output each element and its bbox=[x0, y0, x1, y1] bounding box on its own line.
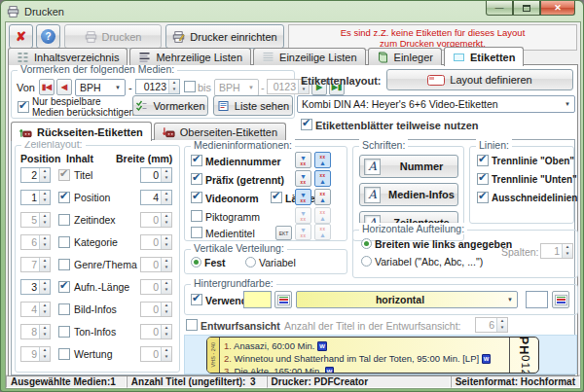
medientitel-checkbox[interactable] bbox=[191, 227, 202, 238]
main-tabs: Inhaltsverzeichnis Mehrzeilige Listen Ei… bbox=[8, 47, 526, 65]
nur-bespielbare-checkbox[interactable] bbox=[18, 101, 29, 113]
move-down-button[interactable]: ▼xx bbox=[295, 170, 311, 187]
nummer-font-button[interactable]: A Nummer bbox=[359, 155, 458, 178]
multiline-list-icon bbox=[138, 52, 151, 63]
breiten-radio[interactable] bbox=[361, 238, 372, 249]
move-down-button[interactable]: ▼xx bbox=[295, 224, 311, 240]
move-up-button[interactable]: xx▲ bbox=[314, 224, 331, 240]
tab-einleger[interactable]: Einleger bbox=[368, 48, 442, 65]
tab-oberseiten-etiketten[interactable]: Oberseiten-Etiketten bbox=[154, 123, 286, 140]
position-spinner[interactable]: 6▲▼ bbox=[20, 234, 51, 250]
gradient-direction-combo[interactable]: horizontal ▼ bbox=[296, 291, 518, 308]
laenge-checkbox[interactable] bbox=[271, 192, 282, 203]
ekt-button[interactable]: EKT bbox=[275, 226, 292, 240]
layout-definieren-button[interactable]: Layout definieren bbox=[386, 69, 573, 90]
breite-spinner[interactable]: 0▲▼ bbox=[140, 212, 172, 228]
zeilenlayout-row: 1▲▼ Position 4▲▼ bbox=[16, 190, 175, 206]
videonorm-checkbox[interactable] bbox=[191, 192, 202, 203]
anzahl-titel-spinner[interactable]: 6▲▼ bbox=[475, 317, 508, 333]
zeilenlayout-group: Zeilenlayout: Position Inhalt Breite (mm… bbox=[15, 145, 180, 373]
etikettenlayout-combo[interactable]: Kombi DIN A4: Heyer's 6+6 Video-Etikette… bbox=[297, 95, 575, 113]
media-prev-button[interactable]: ◀ bbox=[56, 79, 72, 95]
kategorie-checkbox[interactable] bbox=[58, 236, 70, 248]
breite-spinner[interactable]: 0▲▼ bbox=[140, 279, 172, 295]
position-checkbox[interactable] bbox=[58, 192, 70, 203]
trennlinie-oben-checkbox[interactable] bbox=[477, 155, 489, 166]
cancel-button[interactable]: ✘ bbox=[9, 24, 33, 49]
color-swatch[interactable] bbox=[243, 291, 272, 308]
trennlinie-unten-checkbox[interactable] bbox=[477, 173, 489, 185]
move-up-button[interactable]: xx▲ bbox=[314, 207, 331, 224]
second-gradient-picker-button[interactable] bbox=[552, 291, 569, 308]
close-button[interactable]: ✕ bbox=[540, 1, 575, 16]
tab-mehrzeilige-listen[interactable]: Mehrzeilige Listen bbox=[129, 48, 251, 65]
minimize-button[interactable]: — bbox=[486, 1, 513, 16]
position-spinner[interactable]: 9▲▼ bbox=[20, 346, 51, 362]
fest-radio[interactable] bbox=[191, 257, 201, 267]
breite-spinner[interactable]: 0▲▼ bbox=[140, 346, 172, 362]
variabel-radio[interactable] bbox=[245, 257, 256, 267]
spinner-buttons[interactable]: ▲▼ bbox=[168, 80, 179, 93]
spalten-spinner[interactable]: 1▲▼ bbox=[540, 243, 573, 259]
medieninfo-group: Medieninformationen: Mediennummer ▼xx xx… bbox=[184, 146, 347, 241]
tab-rueckseiten-etiketten[interactable]: Rückseiten-Etiketten bbox=[11, 122, 152, 141]
liste-sehen-button[interactable]: Liste sehen bbox=[213, 95, 293, 116]
piktogramm-checkbox[interactable] bbox=[191, 210, 202, 222]
tab-inhaltsverzeichnis[interactable]: Inhaltsverzeichnis bbox=[8, 48, 128, 65]
vormerken-button[interactable]: Vormerken bbox=[132, 95, 208, 116]
col-header-inhalt: Inhalt bbox=[66, 153, 93, 164]
tab-einzeilige-listen[interactable]: Einzeilige Listen bbox=[253, 48, 366, 65]
variabel-split-radio[interactable] bbox=[361, 256, 372, 267]
gradient-picker-button[interactable] bbox=[274, 291, 292, 308]
bildinfos-checkbox[interactable] bbox=[58, 303, 70, 315]
toninfos-checkbox[interactable] bbox=[58, 326, 70, 338]
move-down-button[interactable]: ▼xx bbox=[295, 189, 311, 205]
praefix-checkbox[interactable] bbox=[191, 173, 202, 185]
position-spinner[interactable]: 1▲▼ bbox=[20, 190, 51, 205]
breite-spinner[interactable]: 0▲▼ bbox=[140, 167, 172, 183]
bis-prefix-combo[interactable]: BPH▼ bbox=[214, 79, 259, 96]
breite-spinner[interactable]: 0▲▼ bbox=[140, 324, 172, 339]
aufnlaenge-checkbox[interactable] bbox=[58, 281, 70, 293]
position-spinner[interactable]: 5▲▼ bbox=[20, 212, 51, 228]
verwenden-checkbox[interactable] bbox=[191, 294, 202, 305]
move-up-button[interactable]: xx▲ bbox=[314, 152, 331, 168]
von-prefix-combo[interactable]: BPH▼ bbox=[75, 79, 126, 96]
medien-infos-font-button[interactable]: A Medien-Infos bbox=[359, 183, 458, 206]
media-first-button[interactable]: ▮◀ bbox=[39, 79, 55, 95]
move-down-button[interactable]: ▼xx bbox=[295, 152, 311, 168]
move-up-button[interactable]: xx▲ bbox=[314, 189, 331, 205]
von-number-spinner[interactable]: 0123▲▼ bbox=[135, 79, 180, 94]
etikettenblaetter-checkbox[interactable] bbox=[301, 119, 312, 130]
variabel-split-label: Variabel ("Abc, Abc, ...") bbox=[375, 256, 483, 267]
help-button[interactable]: ? bbox=[36, 24, 60, 49]
position-spinner[interactable]: 8▲▼ bbox=[20, 324, 51, 339]
position-spinner[interactable]: 3▲▼ bbox=[20, 279, 51, 295]
breite-spinner[interactable]: 0▲▼ bbox=[140, 257, 172, 272]
ausschneidelinien-checkbox[interactable] bbox=[477, 192, 489, 203]
move-up-button[interactable]: xx▲ bbox=[314, 170, 331, 187]
breite-spinner[interactable]: 0▲▼ bbox=[140, 302, 172, 317]
bis-checkbox[interactable] bbox=[184, 81, 196, 92]
wertung-checkbox[interactable] bbox=[58, 348, 70, 360]
breite-spinner[interactable]: 0▲▼ bbox=[140, 234, 172, 250]
entwurfsansicht-checkbox[interactable] bbox=[186, 319, 198, 331]
mediennummer-checkbox[interactable] bbox=[191, 155, 202, 166]
second-color-swatch[interactable] bbox=[526, 291, 548, 308]
printer-setup-button[interactable]: Drucker einrichten bbox=[165, 24, 284, 49]
arrow-up-icon: ▲ bbox=[319, 160, 326, 166]
tab-etiketten[interactable]: Etiketten bbox=[444, 47, 524, 66]
move-down-button[interactable]: ▼xx bbox=[295, 207, 311, 224]
position-spinner[interactable]: 7▲▼ bbox=[20, 257, 51, 272]
titel-checkbox[interactable] bbox=[58, 169, 70, 181]
label-prefix: BPH bbox=[517, 337, 531, 355]
maximize-button[interactable] bbox=[513, 1, 540, 16]
vertikale-verteilung-title: Vertikale Verteilung: bbox=[191, 242, 287, 254]
genre-checkbox[interactable] bbox=[58, 259, 70, 270]
position-spinner[interactable]: 2▲▼ bbox=[20, 167, 51, 183]
breite-spinner[interactable]: 4▲▼ bbox=[140, 190, 172, 205]
font-icon: A bbox=[364, 187, 381, 203]
position-spinner[interactable]: 4▲▼ bbox=[20, 302, 51, 317]
print-button[interactable]: Drucken bbox=[64, 24, 162, 49]
zeitindex-checkbox[interactable] bbox=[58, 214, 70, 226]
